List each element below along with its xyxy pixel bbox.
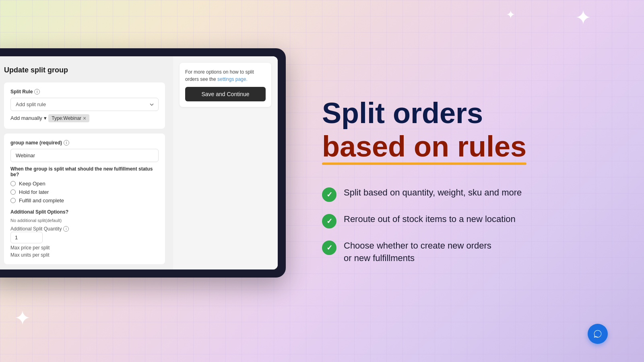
form-title: Update split group (4, 66, 165, 74)
feature-text-3: Choose whether to create new ordersor ne… (344, 240, 491, 265)
group-name-info-icon[interactable]: i (64, 140, 69, 146)
check-icon-1 (322, 187, 336, 202)
feature-text-2: Reroute out of stock items to a new loca… (344, 213, 516, 226)
additional-split-qty-label: Additional Split Quantity i (10, 226, 69, 232)
max-units-label: Max units per split (10, 252, 159, 258)
feature-list: Split based on quantity, weight, sku and… (322, 187, 612, 265)
headline-block: Split orders based on rules (322, 97, 612, 179)
max-price-label: Max price per split (10, 245, 159, 251)
split-rule-section: Split Rule i Add split rule Add manually… (4, 82, 165, 129)
split-rule-info-icon[interactable]: i (34, 89, 40, 95)
feature-item-1: Split based on quantity, weight, sku and… (322, 187, 612, 202)
fulfillment-question: When the group is split what should the … (10, 166, 159, 177)
split-rule-select[interactable]: Add split rule (10, 98, 159, 111)
feature-text-1: Split based on quantity, weight, sku and… (344, 187, 522, 199)
feature-item-3: Choose whether to create new ordersor ne… (322, 240, 612, 265)
settings-page-link[interactable]: settings page. (217, 76, 248, 82)
additional-split-row: Additional Split Quantity i (10, 226, 159, 243)
fulfillment-status-radio-group: Keep Open Hold for later Fulfill and com… (10, 181, 159, 204)
right-panel: For more options on how to split orders … (173, 56, 278, 269)
chat-icon (593, 329, 602, 338)
marketing-panel: Split orders based on rules Split based … (290, 0, 644, 362)
feature-item-2: Reroute out of stock items to a new loca… (322, 213, 612, 228)
info-card: For more options on how to split orders … (180, 63, 271, 107)
device-screen: Update split group Split Rule i Add spli… (0, 56, 278, 269)
type-webinar-tag: Type:Webinar × (48, 114, 89, 122)
tag-close-button[interactable]: × (83, 115, 86, 121)
radio-hold-later-input[interactable] (10, 189, 16, 195)
radio-hold-for-later[interactable]: Hold for later (10, 189, 159, 195)
add-manually-button[interactable]: Add manually ▾ (10, 115, 47, 121)
no-additional-split-label: No additional split(default) (10, 218, 159, 223)
info-card-text: For more options on how to split orders … (185, 68, 266, 83)
save-continue-button[interactable]: Save and Continue (185, 87, 266, 101)
radio-fulfill-complete-input[interactable] (10, 198, 16, 203)
check-icon-2 (322, 214, 336, 228)
form-panel: Update split group Split Rule i Add spli… (0, 56, 173, 269)
group-name-section: group name (required) i When the group i… (4, 134, 165, 264)
radio-keep-open[interactable]: Keep Open (10, 181, 159, 187)
chevron-down-icon: ▾ (44, 115, 47, 121)
additional-split-info-icon[interactable]: i (63, 226, 69, 232)
headline-line1: Split orders (322, 97, 612, 129)
device-mockup: Update split group Split Rule i Add spli… (0, 48, 286, 278)
headline-line2: based on rules (322, 131, 526, 162)
group-name-input[interactable] (10, 149, 159, 162)
chat-bubble-button[interactable] (588, 324, 608, 344)
star-decoration-bl: ✦ (14, 306, 31, 330)
radio-fulfill-complete[interactable]: Fulfill and complete (10, 197, 159, 204)
radio-keep-open-input[interactable] (10, 181, 16, 186)
additional-split-quantity-col: Additional Split Quantity i (10, 226, 69, 243)
additional-split-qty-input[interactable] (10, 232, 43, 243)
check-icon-3 (322, 241, 336, 255)
group-name-label: group name (required) i (10, 140, 159, 146)
split-rule-label: Split Rule i (10, 89, 159, 95)
additional-split-options-label: Additional Split Options? (10, 209, 159, 215)
